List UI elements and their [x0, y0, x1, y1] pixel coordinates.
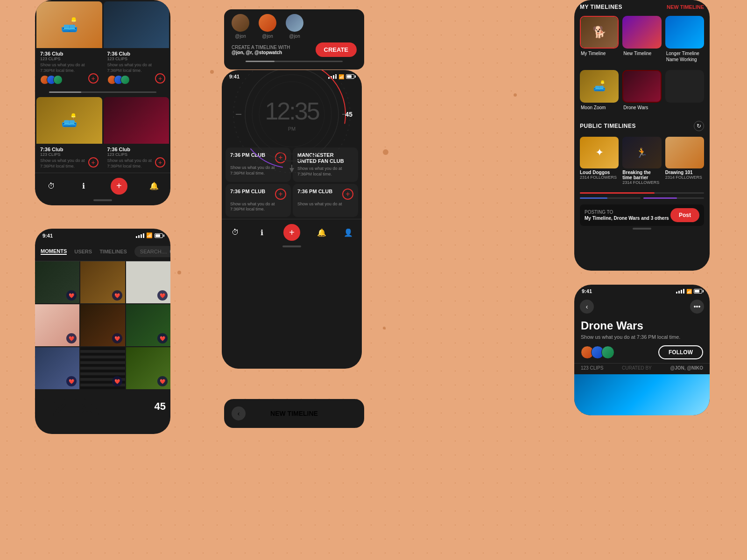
moment-1[interactable]: ❤️ — [35, 261, 79, 303]
drone-preview-img — [574, 374, 710, 415]
moment-5[interactable]: ❤️ — [80, 304, 125, 346]
drone-desc: Show us what you do at 7:36 PM local tim… — [581, 334, 703, 340]
moment-8[interactable]: ❤️ — [80, 347, 125, 389]
my-timeline-label-1: My Timeline — [580, 50, 619, 56]
moment-9[interactable]: ❤️ — [126, 347, 170, 389]
moment-3[interactable]: ❤️ — [126, 261, 170, 303]
my-timelines-grid: 🐕 My Timeline New Timeline Longer Timeli… — [574, 12, 710, 66]
public-timelines-label: PUBLIC TIMELINES — [580, 123, 636, 129]
back-btn-new[interactable]: ‹ — [232, 406, 246, 420]
my-timeline-label-4: Moon Zoom — [580, 105, 619, 111]
public-timeline-1[interactable]: ✦ Loud Doggos 2314 FOLLOWERS — [580, 137, 619, 185]
svg-marker-11 — [289, 168, 294, 173]
posting-to-label: POSTING TO — [585, 210, 669, 215]
bell-icon[interactable]: 🔔 — [148, 181, 160, 192]
add-center-btn-3[interactable]: + — [283, 224, 300, 241]
add-btn-1[interactable]: + — [88, 73, 99, 84]
heart-4[interactable]: ❤️ — [66, 333, 77, 343]
heart-3[interactable]: ❤️ — [157, 290, 168, 301]
card-736-title-3: 7:36 PM CLUB — [297, 189, 332, 195]
add-btn-4[interactable]: + — [155, 157, 165, 168]
tl-title-4: 7:36 Club — [107, 147, 166, 152]
status-bar-drone: 9:41 📶 — [574, 285, 710, 298]
bottom-nav-1: ⏱ ℹ + 🔔 — [35, 173, 170, 197]
avatar-jon-1: @jon — [232, 14, 249, 39]
moment-6[interactable]: ❤️ — [126, 304, 170, 346]
timeline-cell-1[interactable]: 🛋️ 7:36 Club 123 CLIPS Show us what you … — [36, 1, 102, 87]
my-timeline-label-3: Longer Timeline Name Working — [665, 50, 704, 63]
tl-desc-1: Show us what you do at 7:36PM local time… — [40, 63, 99, 73]
info-icon[interactable]: ℹ — [78, 181, 89, 192]
my-timeline-3[interactable]: Longer Timeline Name Working — [665, 16, 704, 63]
avatar-name-1: @jon — [235, 34, 246, 39]
tab-users[interactable]: USERS — [74, 249, 92, 254]
heart-2[interactable]: ❤️ — [112, 290, 122, 301]
new-timeline-title: NEW TIMELINE — [270, 410, 318, 417]
drone-clips: 123 CLIPS — [581, 365, 603, 371]
timeline-cell-3[interactable]: 🛋️ 7:36 Club 123 CLIPS Show us what you … — [36, 97, 102, 171]
new-timeline-btn[interactable]: NEW TIMELINE — [667, 4, 704, 10]
moment-4[interactable]: ❤️ — [35, 304, 79, 346]
my-timeline-5[interactable]: Drone Wars — [622, 70, 661, 111]
search-bar[interactable]: SEARCH.... — [134, 246, 170, 257]
back-btn-drone[interactable]: ‹ — [580, 300, 594, 314]
card-736-title-2: 7:36 PM CLUB — [230, 189, 265, 195]
card-736-3[interactable]: 7:36 PM CLUB + Show us what you do at — [293, 184, 358, 217]
screen-clock: 9:41 📶 — [222, 70, 362, 369]
heart-9[interactable]: ❤️ — [157, 376, 168, 386]
card-736-2[interactable]: 7:36 PM CLUB + Show us what you do at 7:… — [226, 184, 291, 217]
posting-destinations: My Timeline, Drone Wars and 3 others — [585, 216, 669, 221]
clock-ampm: PM — [288, 126, 296, 132]
curated-handles: @JON, @NIKO — [670, 365, 703, 371]
screen-moments: 9:41 📶 MOMENTS USERS TIMELINES SEARCH...… — [35, 229, 170, 434]
signal-bars-2 — [136, 233, 144, 238]
public-timelines-grid: ✦ Loud Doggos 2314 FOLLOWERS 🏃 Breaking … — [574, 133, 710, 189]
timeline-cell-4[interactable]: 7:36 Club 123 CLIPS Show us what you do … — [104, 97, 169, 171]
tab-timelines[interactable]: TIMELINES — [99, 249, 127, 254]
plus-btn-3[interactable]: + — [342, 189, 353, 200]
public-followers-3: 2314 FOLLOWERS — [665, 175, 704, 180]
time-2: 9:41 — [42, 233, 53, 238]
moment-2[interactable]: ❤️ — [80, 261, 125, 303]
moment-7[interactable]: ❤️ — [35, 347, 79, 389]
follow-button[interactable]: FOLLOW — [658, 345, 703, 359]
create-button[interactable]: CREATE — [316, 42, 357, 57]
menu-btn-drone[interactable]: ••• — [690, 300, 704, 314]
timer-icon[interactable]: ⏱ — [46, 181, 57, 192]
post-button[interactable]: Post — [670, 208, 699, 222]
add-btn-3[interactable]: + — [88, 157, 99, 168]
public-followers-1: 2314 FOLLOWERS — [580, 175, 619, 180]
public-timelines-header: PUBLIC TIMELINES ↻ — [574, 117, 710, 133]
public-timeline-2[interactable]: 🏃 Breaking the time barrier 2314 FOLLOWE… — [622, 137, 661, 185]
public-name-1: Loud Doggos — [580, 170, 619, 175]
drone-title: Drone Wars — [581, 319, 703, 332]
heart-1[interactable]: ❤️ — [66, 290, 77, 301]
tab-moments[interactable]: MOMENTS — [41, 248, 67, 255]
profile-icon-3[interactable]: 👤 — [343, 227, 354, 238]
bell-icon-3[interactable]: 🔔 — [316, 227, 327, 238]
heart-7[interactable]: ❤️ — [66, 376, 77, 386]
plus-btn-2[interactable]: + — [275, 189, 286, 200]
refresh-icon[interactable]: ↻ — [694, 121, 704, 131]
status-bar-2: 9:41 📶 — [35, 229, 170, 242]
timeline-cell-2[interactable]: 7:36 Club 123 CLIPS Show us what you do … — [104, 1, 169, 87]
clock-seconds: 45 — [345, 111, 352, 118]
bottom-nav-3: ⏱ ℹ + 🔔 👤 — [222, 219, 362, 244]
public-name-2: Breaking the time barrier — [622, 170, 661, 180]
public-timeline-3[interactable]: Drawing 101 2314 FOLLOWERS — [665, 137, 704, 185]
heart-6[interactable]: ❤️ — [157, 333, 168, 343]
add-center-btn[interactable]: + — [111, 178, 127, 195]
heart-5[interactable]: ❤️ — [112, 333, 122, 343]
my-timeline-1[interactable]: 🐕 My Timeline — [580, 16, 619, 63]
my-timeline-6[interactable] — [665, 70, 704, 111]
my-timeline-4[interactable]: 🛋️ Moon Zoom — [580, 70, 619, 111]
posting-bar: POSTING TO My Timeline, Drone Wars and 3… — [580, 204, 704, 226]
avatar-name-3: @jon — [289, 34, 300, 39]
avatar-jon-3: @jon — [286, 14, 303, 39]
card-736-desc-3: Show us what you do at — [297, 202, 353, 207]
timer-icon-3[interactable]: ⏱ — [230, 227, 241, 238]
heart-8[interactable]: ❤️ — [112, 376, 122, 386]
my-timeline-2[interactable]: New Timeline — [622, 16, 661, 63]
info-icon-3[interactable]: ℹ — [256, 227, 268, 238]
time-drone: 9:41 — [582, 288, 592, 294]
